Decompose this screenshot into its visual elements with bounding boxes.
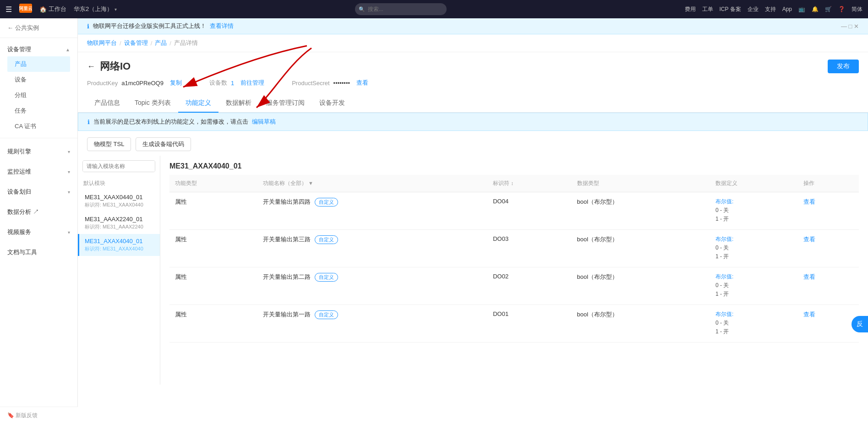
nav-media-icon[interactable]: 📺 [798, 6, 805, 12]
tsl-button[interactable]: 物模型 TSL [87, 137, 131, 151]
nav-ticket[interactable]: 工单 [702, 5, 713, 13]
sidebar-section-rules: 规则引擎 ▾ [0, 140, 77, 160]
module-item-3[interactable]: ME31_AXAX4040_01 标识符: ME31_AXAX4040 [78, 234, 160, 256]
breadcrumb-iot[interactable]: 物联网平台 [87, 39, 117, 47]
sidebar-monitor-label: 监控运维 [7, 168, 31, 176]
sidebar-section-docs: 文档与工具 [0, 241, 77, 261]
tab-data-parse[interactable]: 数据解析 [218, 94, 259, 113]
sort-icon[interactable]: ↕ [511, 180, 514, 186]
cell-action-0: 查看 [798, 192, 859, 230]
feature-table: 功能类型 功能名称（全部） ▼ 标识符 ↕ 数据类型 数据定义 操作 [169, 175, 859, 342]
sidebar-assign-chevron: ▾ [68, 190, 70, 195]
nav-bell-icon[interactable]: 🔔 [812, 6, 819, 12]
sidebar-video-header[interactable]: 视频服务 ▾ [7, 225, 70, 239]
info-alert-icon: ℹ [87, 119, 90, 125]
view-secret-link[interactable]: 查看 [356, 79, 368, 87]
device-count-value[interactable]: 1 [231, 80, 234, 87]
top-nav-right: 费用 工单 ICP 备案 企业 支持 App 📺 🔔 🛒 ❓ 简体 [685, 5, 863, 13]
banner-link[interactable]: 查看详情 [210, 22, 234, 30]
workbench-link[interactable]: 🏠 工作台 [39, 5, 66, 13]
nav-app[interactable]: App [782, 6, 792, 12]
back-arrow-btn[interactable]: ← [87, 62, 95, 71]
nav-enterprise[interactable]: 企业 [748, 5, 759, 13]
sidebar-section-device-mgmt-header[interactable]: 设备管理 ▲ [7, 43, 70, 56]
sidebar-assign-header[interactable]: 设备划归 ▾ [7, 185, 70, 199]
nav-cart-icon[interactable]: 🛒 [825, 6, 832, 12]
tab-feature-def[interactable]: 功能定义 [178, 94, 218, 113]
banner-minimize-icon[interactable]: — □ ✕ [841, 23, 859, 30]
nav-language[interactable]: 简体 [852, 5, 863, 13]
product-secret-value: •••••••• [333, 80, 350, 87]
custom-tag-3: 自定义 [315, 310, 338, 319]
cell-type-1: 属性 [169, 230, 257, 267]
module-item-1[interactable]: ME31_XAAX0440_01 标识符: ME31_XAAX0440 [78, 190, 160, 212]
breadcrumb-device-mgmt[interactable]: 设备管理 [124, 39, 148, 47]
sidebar-section-monitor: 监控运维 ▾ [0, 160, 77, 180]
col-feature-name: 功能名称（全部） ▼ [257, 175, 487, 192]
sidebar-divider-1 [0, 138, 77, 138]
tab-product-info[interactable]: 产品信息 [87, 94, 127, 113]
view-link-1[interactable]: 查看 [803, 236, 815, 243]
region-selector[interactable]: 华东2（上海） ▾ [74, 5, 117, 13]
sidebar-item-ca[interactable]: CA 证书 [7, 119, 70, 134]
logo: 阿里云 [19, 4, 32, 15]
page-title: 网络IO [100, 60, 131, 73]
gen-code-button[interactable]: 生成设备端代码 [136, 137, 191, 151]
sidebar-docs-header[interactable]: 文档与工具 [7, 245, 70, 259]
sidebar-footer-feedback[interactable]: 🔖 新版反馈 [0, 407, 78, 424]
sidebar-assign-label: 设备划归 [7, 188, 31, 196]
edit-draft-link[interactable]: 编辑草稿 [252, 118, 276, 126]
cell-name-3: 开关量输出第一路 自定义 [257, 305, 487, 342]
publish-button[interactable]: 发布 [828, 60, 859, 73]
nav-cost[interactable]: 费用 [685, 5, 696, 13]
cell-datatype-3: bool（布尔型） [572, 305, 710, 342]
table-row: 属性 开关量输出第四路 自定义 DO04 bool（布尔型） 布尔值:0 - 关… [169, 192, 859, 230]
float-feedback-btn[interactable]: 反 [852, 316, 868, 332]
sidebar-monitor-chevron: ▾ [68, 169, 70, 174]
filter-icon[interactable]: ▼ [308, 180, 313, 186]
sidebar-item-task[interactable]: 任务 [7, 103, 70, 119]
module-item-2-sub: 标识符: ME31_AAAX2240 [85, 223, 154, 230]
tab-topic-list[interactable]: Topic 类列表 [127, 94, 178, 113]
svg-text:阿里云: 阿里云 [19, 6, 32, 11]
col-data-def: 数据定义 [710, 175, 798, 192]
sidebar-video-chevron: ▾ [68, 230, 70, 235]
product-key-label: ProductKey [87, 80, 118, 87]
search-input[interactable] [355, 3, 447, 15]
breadcrumb-product[interactable]: 产品 [155, 39, 167, 47]
float-btn-icon: 反 [857, 320, 863, 328]
table-header-row: 功能类型 功能名称（全部） ▼ 标识符 ↕ 数据类型 数据定义 操作 [169, 175, 859, 192]
product-key-item: ProductKey a1mc0PReOQ9 复制 [87, 79, 182, 87]
view-link-2[interactable]: 查看 [803, 273, 815, 280]
nav-icp[interactable]: ICP 备案 [720, 5, 741, 13]
breadcrumb-sep-2: / [151, 40, 153, 47]
cell-type-2: 属性 [169, 267, 257, 305]
module-item-1-label: ME31_XAAX0440_01 [85, 194, 154, 201]
tab-device-dev[interactable]: 设备开发 [312, 94, 352, 113]
product-info: ProductKey a1mc0PReOQ9 复制 设备数 1 前往管理 Pro… [78, 79, 868, 94]
nav-support[interactable]: 支持 [765, 5, 776, 13]
banner-info-icon: ℹ [87, 23, 89, 30]
announcement-banner: ℹ 物联网平台迁移企业版实例工具正式上线！ 查看详情 — □ ✕ [78, 18, 868, 34]
sidebar-data-header[interactable]: 数据分析 ↗ [7, 205, 70, 219]
manage-link[interactable]: 前往管理 [240, 79, 264, 87]
copy-link[interactable]: 复制 [170, 79, 182, 87]
cell-identifier-2: DO02 [487, 267, 571, 305]
sidebar-item-product[interactable]: 产品 [7, 56, 70, 72]
sidebar-item-device[interactable]: 设备 [7, 72, 70, 87]
module-item-2[interactable]: ME31_AAAX2240_01 标识符: ME31_AAAX2240 [78, 212, 160, 234]
cell-datadef-3: 布尔值:0 - 关1 - 开 [710, 305, 798, 342]
hamburger-menu[interactable]: ☰ [5, 5, 12, 14]
view-link-0[interactable]: 查看 [803, 198, 815, 205]
module-search-input[interactable] [83, 161, 155, 172]
sidebar-rules-header[interactable]: 规则引擎 ▾ [7, 145, 70, 158]
tab-service-sub[interactable]: 服务管理订阅 [259, 94, 312, 113]
view-link-3[interactable]: 查看 [803, 311, 815, 318]
sidebar-back-link[interactable]: ← 公共实例 [0, 18, 77, 38]
sidebar-item-group[interactable]: 分组 [7, 87, 70, 103]
cell-action-1: 查看 [798, 230, 859, 267]
content-area: 🔍 默认模块 ME31_XAAX0440_01 标识符: ME31_XAAX04… [78, 156, 868, 385]
nav-help-icon[interactable]: ❓ [838, 6, 845, 12]
sidebar-monitor-header[interactable]: 监控运维 ▾ [7, 165, 70, 179]
cell-datatype-2: bool（布尔型） [572, 267, 710, 305]
